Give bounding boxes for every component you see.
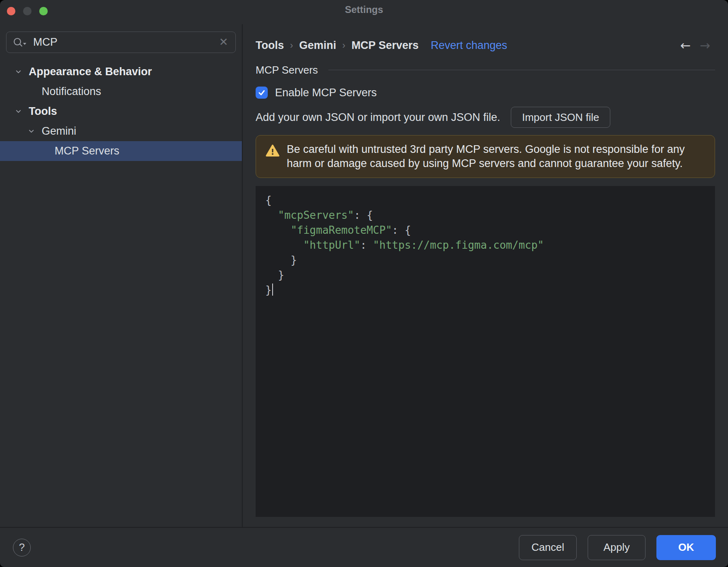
sidebar-item-gemini[interactable]: Gemini [0,121,242,141]
warning-triangle-icon [266,144,279,157]
code-token-string: "figmaRemoteMCP" [291,224,392,236]
code-line: } [265,253,705,268]
code-token-string: "httpUrl" [303,239,360,251]
code-line: "httpUrl": "https://mcp.figma.com/mcp" [265,238,705,253]
dialog-footer: ? Cancel Apply OK [0,527,728,567]
code-line: { [265,193,705,208]
chevron-slot[interactable] [15,68,29,76]
sidebar-item-notifications[interactable]: Notifications [0,82,242,102]
sidebar-item-tools[interactable]: Tools [0,102,242,121]
question-mark-icon: ? [19,541,25,554]
text-cursor [272,284,273,296]
code-token-punct [265,224,291,236]
breadcrumb-item-gemini[interactable]: Gemini [299,39,336,52]
chevron-slot[interactable] [28,127,42,135]
breadcrumb: Tools›Gemini›MCP Servers Revert changes … [256,37,715,53]
code-line: } [265,268,705,283]
checkmark-icon [258,89,266,97]
minimize-window-icon[interactable] [23,7,32,15]
breadcrumb-separator: › [336,40,351,51]
code-line: } [265,283,705,298]
section-header: MCP Servers [256,63,715,77]
code-token-string: "https://mcp.figma.com/mcp" [373,239,544,251]
forward-arrow-icon: → [700,38,710,53]
enable-mcp-label: Enable MCP Servers [275,87,377,99]
import-hint-text: Add your own JSON or import your own JSO… [256,111,500,124]
import-json-button[interactable]: Import JSON file [511,107,611,128]
breadcrumb-item-mcp-servers[interactable]: MCP Servers [351,39,419,52]
breadcrumb-item-tools[interactable]: Tools [256,39,284,52]
close-window-icon[interactable] [7,7,15,15]
chevron-slot[interactable] [15,108,29,115]
titlebar: Settings [0,0,728,24]
breadcrumb-separator: › [284,40,299,51]
code-line: "figmaRemoteMCP": { [265,223,705,238]
cancel-button[interactable]: Cancel [519,535,577,560]
apply-button[interactable]: Apply [588,535,645,560]
chevron-down-icon [15,68,22,76]
section-divider [328,70,715,70]
code-token-punct: } [265,284,272,296]
code-line: "mcpServers": { [265,208,705,223]
json-editor[interactable]: { "mcpServers": { "figmaRemoteMCP": { "h… [256,186,715,517]
section-title: MCP Servers [256,64,318,76]
settings-sidebar: ✕ Appearance & BehaviorNotificationsTool… [0,24,243,527]
ok-button[interactable]: OK [656,535,716,560]
search-icon [13,37,28,48]
window-title: Settings [345,4,383,24]
footer-buttons: Cancel Apply OK [519,535,716,560]
settings-tree: Appearance & BehaviorNotificationsToolsG… [0,62,242,161]
revert-changes-link[interactable]: Revert changes [431,39,507,52]
code-token-punct [265,209,278,221]
window-controls [7,7,48,15]
sidebar-item-label: Gemini [42,125,76,138]
sidebar-item-label: Appearance & Behavior [29,66,152,78]
sidebar-item-mcp-servers[interactable]: MCP Servers [0,141,242,161]
sidebar-item-label: Tools [29,105,57,118]
search-box[interactable]: ✕ [6,32,236,53]
import-row: Add your own JSON or import your own JSO… [256,107,715,128]
chevron-down-icon [15,108,22,115]
code-token-string: "mcpServers" [278,209,354,221]
code-token-punct: : { [354,209,373,221]
breadcrumb-items: Tools›Gemini›MCP Servers [256,39,419,52]
history-nav: ← → [680,38,710,53]
sidebar-item-appearance-behavior[interactable]: Appearance & Behavior [0,62,242,82]
help-button[interactable]: ? [13,539,31,556]
settings-window: Settings ✕ Appearance & BehaviorNotifica… [0,0,728,567]
sidebar-item-label: MCP Servers [55,145,119,157]
back-arrow-icon[interactable]: ← [680,38,691,53]
chevron-down-icon [28,127,35,135]
code-token-punct: : [360,239,373,251]
warning-banner: Be careful with untrusted 3rd party MCP … [256,135,715,178]
code-token-punct [265,239,303,251]
enable-mcp-checkbox[interactable] [256,87,268,99]
code-token-punct: { [265,194,272,206]
code-token-punct: } [265,254,297,266]
enable-mcp-row[interactable]: Enable MCP Servers [256,86,715,99]
sidebar-item-label: Notifications [42,85,101,98]
clear-search-icon[interactable]: ✕ [219,37,228,48]
search-input[interactable] [32,36,214,49]
code-token-punct: } [265,269,284,281]
zoom-window-icon[interactable] [39,7,48,15]
settings-main: Tools›Gemini›MCP Servers Revert changes … [243,24,728,527]
warning-text: Be careful with untrusted 3rd party MCP … [287,142,705,171]
code-token-punct: : { [392,224,411,236]
